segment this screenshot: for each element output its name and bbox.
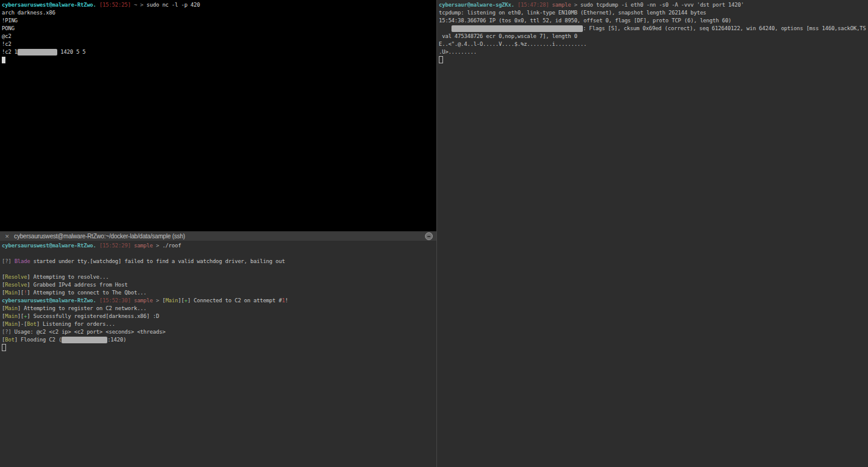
- text-segment: ] Connected to C2 on attempt #: [187, 297, 282, 303]
- terminal-line: [2, 344, 436, 352]
- terminal-line: tcpdump: listening on eth0, link-type EN…: [439, 9, 868, 17]
- text-segment: ][: [178, 297, 184, 303]
- text-segment: E..<".@.4..l-O.....V....$.%z........i...…: [439, 41, 587, 47]
- terminal-line: [Bot] Flooding C2 (:1420): [2, 336, 436, 344]
- text-segment: ] Attempting to register on C2 network..…: [17, 305, 146, 311]
- terminal-line: cybersauruswest@malware-RtZwo. [15:52:30…: [2, 297, 436, 305]
- text-segment: Main: [5, 313, 17, 319]
- text-segment: val 475348726 ecr 0,nop,wscale 7], lengt…: [439, 33, 577, 39]
- text-segment: ] Attempting to connect to The Qbot...: [27, 290, 146, 296]
- text-segment: >: [571, 2, 577, 8]
- text-segment: sudo nc -l -p 420: [143, 2, 200, 8]
- close-icon[interactable]: ✕: [5, 234, 9, 240]
- terminal-line: .U>.........: [439, 48, 868, 56]
- text-segment: Resolve: [5, 282, 27, 288]
- terminal-output: cybersauruswest@malware-RtZwo. [15:52:29…: [2, 242, 436, 352]
- terminal-line: arch darkness.x86: [2, 9, 436, 17]
- text-segment: cybersauruswest@malware-RtZwo.: [2, 297, 96, 303]
- terminal-cursor: [439, 56, 443, 63]
- text-segment: >: [153, 243, 159, 249]
- text-segment: Usage: @c2 <c2 ip> <c2 port> <seconds> <…: [11, 329, 166, 335]
- text-segment: ] Successfully registered[darkness.x86] …: [27, 313, 159, 319]
- pane-title: cybersauruswest@malware-RtZwo:~/docker-l…: [14, 233, 185, 240]
- text-segment: ]-[: [17, 321, 27, 327]
- terminal-line: PONG: [2, 25, 436, 33]
- terminal-window: cybersauruswest@malware-RtZwo. [15:52:25…: [0, 0, 868, 467]
- text-segment: 1420 5 5: [57, 49, 86, 55]
- terminal-line: [439, 56, 868, 64]
- text-segment: >: [153, 297, 159, 303]
- terminal-line: cybersauruswest@malware-RtZwo. [15:52:25…: [2, 1, 436, 9]
- circle-minus-icon[interactable]: [425, 232, 433, 240]
- text-segment: ] Attempting to resolve...: [27, 274, 109, 280]
- terminal-line: [Resolve] Attempting to resolve...: [2, 273, 436, 281]
- text-segment: Resolve: [5, 274, 27, 280]
- text-segment: : Flags [S], cksum 0x69ed (correct), seq…: [583, 25, 866, 31]
- text-segment: Bot: [27, 321, 37, 327]
- terminal-line: 15:54:38.366706 IP (tos 0x0, ttl 52, id …: [439, 17, 868, 25]
- terminal-line: cybersauruswest@malware-RtZwo. [15:52:29…: [2, 242, 436, 250]
- terminal-line: : Flags [S], cksum 0x69ed (correct), seq…: [439, 25, 868, 33]
- text-segment: cybersaur@malware-sgZKx.: [439, 2, 514, 8]
- terminal-line: !c2: [2, 40, 436, 48]
- text-segment: ] Flooding C2 (: [14, 337, 61, 343]
- text-segment: 15:54:38.366706 IP (tos 0x0, ttl 52, id …: [439, 17, 731, 24]
- terminal-line: E..<".@.4..l-O.....V....$.%z........i...…: [439, 40, 868, 48]
- text-segment: !c2 1: [2, 49, 17, 55]
- terminal-output: cybersaur@malware-sgZKx. [15:47:28] samp…: [439, 1, 868, 64]
- text-segment: !: [285, 297, 288, 303]
- text-segment: Blade: [14, 258, 30, 264]
- text-segment: ][: [17, 290, 24, 296]
- terminal-line: [Main] Attempting to register on C2 netw…: [2, 305, 436, 313]
- text-segment: [: [159, 297, 165, 303]
- text-segment: sample: [549, 2, 571, 8]
- terminal-cursor: [2, 57, 5, 63]
- text-segment: sample: [131, 243, 153, 249]
- terminal-line: [2, 250, 436, 258]
- redacted-text: [451, 25, 583, 32]
- terminal-line: [Main][!] Attempting to connect to The Q…: [2, 289, 436, 297]
- text-segment: [15:52:29]: [99, 243, 131, 249]
- terminal-line: @c2: [2, 33, 436, 40]
- terminal-line: val 475348726 ecr 0,nop,wscale 7], lengt…: [439, 33, 868, 40]
- terminal-line: [?] Usage: @c2 <c2 ip> <c2 port> <second…: [2, 328, 436, 336]
- pane-title-bar[interactable]: ✕ cybersauruswest@malware-RtZwo:~/docker…: [0, 231, 436, 241]
- text-segment: ] Grabbed IPv4 address from Host: [27, 282, 128, 288]
- text-segment: [15:47:28]: [517, 2, 549, 8]
- text-segment: ][: [17, 313, 24, 319]
- pane-malware-sample[interactable]: cybersauruswest@malware-RtZwo. [15:52:29…: [0, 241, 436, 467]
- text-segment: [15:52:30]: [99, 297, 131, 303]
- text-segment: !PING: [2, 17, 17, 24]
- text-segment: PONG: [2, 25, 14, 31]
- terminal-line: cybersaur@malware-sgZKx. [15:47:28] samp…: [439, 1, 868, 9]
- text-segment: cybersauruswest@malware-RtZwo.: [2, 2, 96, 8]
- pane-tcpdump[interactable]: cybersaur@malware-sgZKx. [15:47:28] samp…: [437, 0, 868, 467]
- terminal-cursor: [2, 344, 6, 351]
- terminal-line: [?] Blade started under tty.[watchdog] f…: [2, 258, 436, 265]
- text-segment: Main: [5, 305, 17, 311]
- text-segment: :1420): [107, 337, 126, 343]
- terminal-line: !c2 1 1420 5 5: [2, 48, 436, 56]
- text-segment: !c2: [2, 41, 11, 47]
- redacted-text: [61, 337, 107, 343]
- redacted-text: [17, 49, 57, 56]
- text-segment: [15:52:25]: [99, 2, 131, 8]
- text-segment: [?]: [2, 258, 11, 264]
- text-segment: tcpdump: listening on eth0, link-type EN…: [439, 10, 706, 16]
- terminal-line: [Main][+] Successfully registered[darkne…: [2, 313, 436, 320]
- text-segment: ] Listening for orders...: [36, 321, 115, 327]
- terminal-line: [Main]-[Bot] Listening for orders...: [2, 320, 436, 328]
- pane-netcat-listener[interactable]: cybersauruswest@malware-RtZwo. [15:52:25…: [0, 0, 436, 231]
- text-segment: started under tty.[watchdog] failed to f…: [30, 258, 285, 264]
- text-segment: Bot: [5, 337, 14, 343]
- terminal-output: cybersauruswest@malware-RtZwo. [15:52:25…: [2, 1, 436, 64]
- terminal-line: [2, 56, 436, 64]
- text-segment: ~ >: [131, 2, 143, 8]
- text-segment: Main: [5, 321, 17, 327]
- text-segment: cybersauruswest@malware-RtZwo.: [2, 243, 96, 249]
- text-segment: ./roof: [159, 243, 181, 249]
- text-segment: arch darkness.x86: [2, 10, 55, 16]
- text-segment: .U>.........: [439, 49, 477, 55]
- terminal-line: [Resolve] Grabbed IPv4 address from Host: [2, 281, 436, 289]
- text-segment: Main: [165, 297, 178, 303]
